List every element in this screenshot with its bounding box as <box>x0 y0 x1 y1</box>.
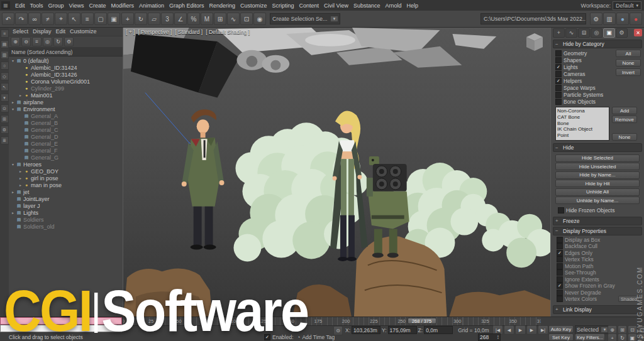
layer-explorer-icon[interactable]: ▤ <box>1 40 9 48</box>
explorer-menu-customize[interactable]: Customize <box>68 28 99 35</box>
select-and-move-icon[interactable]: + <box>121 13 134 25</box>
checkbox-edges-only[interactable]: ✓ <box>557 250 563 256</box>
select-children-icon[interactable]: ≡ <box>32 37 42 46</box>
x-coordinate-field[interactable]: 103,263m <box>352 326 380 334</box>
workspace-selector[interactable]: Workspace: Default▾ <box>581 1 644 10</box>
y-coordinate-field[interactable]: 175,09m <box>388 326 417 334</box>
orbit-icon[interactable]: ↻ <box>618 333 627 341</box>
set-key-button[interactable]: Set Key <box>548 333 574 341</box>
menu-tools[interactable]: Tools <box>28 3 46 9</box>
display-properties-header[interactable]: − Display Properties <box>553 227 642 235</box>
checkbox-vertex-ticks[interactable] <box>557 256 563 263</box>
tree-row[interactable]: ▾▤Environment <box>9 106 123 112</box>
checkbox-geometry[interactable] <box>555 50 562 57</box>
checkbox-space-warps[interactable] <box>555 85 562 91</box>
expand-arrow-icon[interactable]: ▸ <box>18 183 23 187</box>
tree-row[interactable]: ●Corona VolumeGrid001 <box>9 78 123 85</box>
checkbox-lights[interactable]: ✓ <box>555 64 562 70</box>
checkbox-particle-systems[interactable] <box>555 92 562 98</box>
display-tab-icon[interactable]: ▣ <box>603 28 615 38</box>
select-and-rotate-icon[interactable]: ↻ <box>135 13 147 25</box>
explorer-menu-select[interactable]: Select <box>11 28 30 35</box>
undo-icon[interactable]: ↶ <box>2 13 14 25</box>
checkbox-bone-objects[interactable] <box>555 99 562 105</box>
tree-row[interactable]: ▤General_E <box>9 140 123 147</box>
select-and-scale-icon[interactable]: ▱ <box>148 13 160 25</box>
check-helpers[interactable]: ✓Helpers <box>555 77 641 84</box>
menu-civil-view[interactable]: Civil View <box>321 3 351 9</box>
current-frame-field[interactable]: 268 ▴▾ <box>478 333 501 341</box>
exclude-category-list[interactable]: Non-CoronaCAT BoneBoneIK Chain ObjectPoi… <box>555 107 609 141</box>
menu-views[interactable]: Views <box>67 3 87 9</box>
checkbox-helpers[interactable]: ✓ <box>555 78 562 84</box>
go-to-end-icon[interactable]: ▶| <box>538 325 548 335</box>
tree-row[interactable]: ▤General_C <box>9 126 123 133</box>
checkbox-ignore-extents[interactable] <box>557 276 563 283</box>
tree-row[interactable]: ▤layer J <box>9 202 123 209</box>
redo-icon[interactable]: ↷ <box>15 13 28 25</box>
modify-tab-icon[interactable]: ∿ <box>565 28 577 38</box>
zoom-extents-icon[interactable]: ⊡ <box>628 325 637 334</box>
checkbox-never-degrade[interactable] <box>557 290 563 296</box>
tree-row[interactable]: ▸●Main001 <box>9 92 123 99</box>
tree-row[interactable]: ▸●man in pose <box>9 181 123 188</box>
checkbox-hide-frozen-objects[interactable] <box>558 207 564 214</box>
checkbox-backface-cull[interactable] <box>557 243 563 249</box>
hide-toggle-icon[interactable]: ○ <box>1 62 9 70</box>
mirror-icon[interactable]: M <box>201 13 213 25</box>
explorer-settings-icon[interactable]: ⚙ <box>64 37 74 46</box>
checkbox-vertex-colors[interactable] <box>557 296 563 302</box>
viewport-label-default-shading[interactable]: [ Default Shading ] <box>206 29 250 35</box>
expand-arrow-icon[interactable]: ▾ <box>10 107 16 111</box>
percent-snap-icon[interactable]: % <box>187 13 200 25</box>
close-icon[interactable]: ✕ <box>634 29 642 36</box>
tree-row[interactable]: ▸▤airplane <box>9 99 123 106</box>
pan-icon[interactable]: + <box>608 333 617 341</box>
check-motion-path[interactable]: Motion Path <box>557 263 641 270</box>
pick-parent-icon[interactable]: ⊕ <box>11 37 20 46</box>
menu-animation[interactable]: Animation <box>136 3 167 9</box>
explorer-menu-edit[interactable]: Edit <box>54 28 68 35</box>
bind-to-spacewarp-icon[interactable]: ⌖ <box>55 13 67 25</box>
expand-arrow-icon[interactable]: ▾ <box>10 58 16 63</box>
tree-row[interactable]: ▸▤jet <box>9 188 123 195</box>
rendered-frame-icon[interactable]: ▥ <box>603 13 616 25</box>
check-ignore-extents[interactable]: Ignore Extents <box>557 276 641 283</box>
remove-button[interactable]: Remove <box>612 116 637 123</box>
list-item-point[interactable]: Point <box>557 133 608 139</box>
hide-by-name-button[interactable]: Hide by Name... <box>555 171 640 179</box>
unlink-icon[interactable]: ≠ <box>42 13 54 25</box>
check-particle-systems[interactable]: Particle Systems <box>555 91 641 98</box>
time-slider-handle[interactable]: 268 / 375 <box>408 318 436 324</box>
check-see-through[interactable]: See-Through <box>557 269 641 276</box>
list-item-cat-bone[interactable]: CAT Bone <box>557 114 608 121</box>
checkbox-see-through[interactable] <box>557 269 563 276</box>
angle-snap-icon[interactable]: ∠ <box>174 13 187 25</box>
display-floater-icon[interactable]: ▥ <box>1 51 9 59</box>
tree-row[interactable]: ▤General_D <box>9 133 123 140</box>
selection-set-mode-dropdown[interactable]: Selected ▾ <box>575 325 609 334</box>
tree-row[interactable]: ●Cylinder_299 <box>9 85 123 92</box>
menu-edit[interactable]: Edit <box>13 3 28 9</box>
check-vertex-colors[interactable]: Vertex ColorsShaded <box>557 296 641 303</box>
tree-row[interactable]: ▤General_A <box>9 112 123 119</box>
properties-icon[interactable]: ⊞ <box>1 115 9 123</box>
tree-row[interactable]: ▾▤0 (default) <box>9 57 123 64</box>
check-space-warps[interactable]: Space Warps <box>555 84 641 91</box>
explorer-menu-display[interactable]: Display <box>31 28 53 35</box>
viewport-label-standard[interactable]: [ Standard ] <box>175 29 203 35</box>
check-vertex-ticks[interactable]: Vertex Ticks <box>557 256 641 263</box>
tree-row[interactable]: ▤General_G <box>9 154 123 161</box>
menu-customize[interactable]: Customize <box>238 3 270 9</box>
menu-arnold[interactable]: Arnold <box>382 3 404 9</box>
project-path-field[interactable]: C:\Users\PC\Documents\3ds Max 2022... <box>480 13 586 24</box>
checkbox-display-as-box[interactable] <box>557 237 563 243</box>
add-button[interactable]: Add <box>612 107 637 114</box>
spinner-arrows-icon[interactable]: ▴▾ <box>497 335 499 340</box>
link-display-header[interactable]: + Link Display <box>553 305 642 314</box>
motion-tab-icon[interactable]: ◎ <box>591 28 602 38</box>
select-tool-icon[interactable]: ↖ <box>1 83 9 91</box>
tree-row[interactable]: ▸▤Lights <box>9 209 123 216</box>
menu-help[interactable]: Help <box>404 3 421 9</box>
tree-row[interactable]: ▤General_B <box>9 119 123 126</box>
